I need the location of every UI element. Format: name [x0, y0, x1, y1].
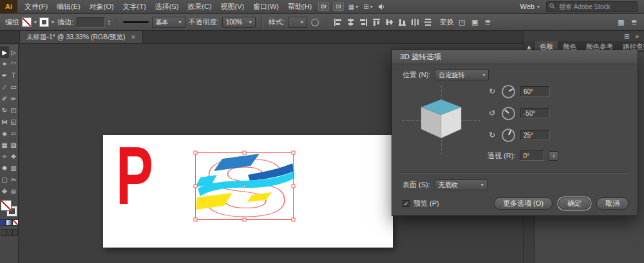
- none-button[interactable]: [13, 220, 18, 225]
- perspective-grid-tool[interactable]: ▱: [9, 127, 18, 139]
- more-options-button[interactable]: 更多选项 (O): [494, 197, 553, 210]
- collapse-panels-icon[interactable]: »: [635, 33, 639, 40]
- brush-stroke-preview[interactable]: [123, 19, 149, 26]
- rotate-tool[interactable]: ↻: [0, 104, 9, 116]
- fill-stroke-indicator: [1, 201, 17, 216]
- selection-tool[interactable]: ▶: [0, 46, 9, 58]
- more-options-icon[interactable]: ≣: [483, 17, 493, 27]
- pencil-tool[interactable]: ✏: [9, 93, 18, 104]
- search-input[interactable]: [558, 3, 634, 11]
- stock-button[interactable]: St: [333, 2, 344, 11]
- color-button[interactable]: [0, 220, 5, 225]
- document-layout-icon[interactable]: ⊞▾: [363, 3, 372, 10]
- document-tab[interactable]: 未标题-1* @ 33.33% (RGB/预览) ×: [19, 31, 143, 43]
- stroke-width-input[interactable]: [77, 17, 105, 28]
- draw-inside-button[interactable]: [13, 230, 17, 235]
- paintbrush-tool[interactable]: ✐: [0, 93, 9, 104]
- distribute-vertical-icon[interactable]: [423, 17, 433, 27]
- artboard-tool[interactable]: ▢: [0, 174, 9, 185]
- brush-definition-select[interactable]: 基本 ▾: [152, 17, 185, 28]
- column-graph-tool[interactable]: ▥: [9, 162, 18, 174]
- align-horizontal-center-icon[interactable]: [346, 17, 355, 27]
- position-select[interactable]: 自定旋转 ▾: [435, 69, 489, 80]
- stroke-width-stepper[interactable]: ▴▾: [108, 19, 110, 26]
- lasso-tool[interactable]: ◠: [9, 58, 18, 69]
- draw-normal-button[interactable]: [1, 230, 6, 235]
- menu-type[interactable]: 文字(T): [118, 0, 151, 14]
- pen-tool[interactable]: ✒: [0, 69, 9, 81]
- gradient-tool[interactable]: ▨: [9, 139, 18, 150]
- type-tool[interactable]: T: [9, 69, 18, 81]
- transform-link[interactable]: 变换: [440, 17, 454, 27]
- draw-behind-button[interactable]: [7, 230, 12, 235]
- surface-select[interactable]: 无底纹 ▾: [435, 179, 488, 190]
- bridge-button[interactable]: Br: [318, 2, 329, 11]
- blend-tool[interactable]: ❖: [9, 150, 18, 162]
- close-icon[interactable]: ×: [131, 33, 136, 41]
- rotation-preview[interactable]: [402, 86, 480, 155]
- rotate-x-input[interactable]: 60°: [520, 86, 550, 96]
- menu-edit[interactable]: 编辑(E): [52, 0, 85, 14]
- fill-color-caret-icon[interactable]: ▾: [34, 19, 37, 25]
- direct-selection-tool[interactable]: ▷: [9, 46, 18, 58]
- dialog-title[interactable]: 3D 旋转选项: [392, 50, 638, 64]
- shape-builder-tool[interactable]: ◈: [0, 127, 9, 139]
- letter-p-artwork[interactable]: P: [116, 135, 153, 221]
- gradient-button[interactable]: [6, 220, 12, 225]
- recolor-artwork-icon[interactable]: ◯: [310, 17, 320, 27]
- control-panel-menu-icon[interactable]: ≣: [629, 17, 639, 27]
- opacity-select[interactable]: 100% ▾: [222, 17, 256, 28]
- ok-button[interactable]: 确定: [558, 197, 591, 210]
- speaker-icon[interactable]: [378, 3, 385, 10]
- stroke-color-caret-icon[interactable]: ▾: [52, 19, 54, 25]
- eyedropper-tool[interactable]: ✧: [0, 150, 9, 162]
- menu-window[interactable]: 窗口(W): [249, 0, 283, 14]
- perspective-label: 透视 (R):: [488, 151, 515, 161]
- width-tool[interactable]: ⋈: [0, 116, 9, 127]
- isolate-selection-icon[interactable]: ▣: [470, 17, 480, 27]
- transform-options-icon[interactable]: ◳: [457, 17, 467, 27]
- workspace-switcher[interactable]: Web ▾: [520, 3, 540, 10]
- rotate-y-input[interactable]: -50°: [520, 108, 550, 118]
- menu-effect[interactable]: 效果(C): [183, 0, 216, 14]
- stroke-color-control[interactable]: [40, 18, 48, 26]
- artboard[interactable]: P S: [103, 135, 393, 248]
- perspective-input[interactable]: 0°: [520, 150, 544, 161]
- align-vertical-center-icon[interactable]: [384, 17, 394, 27]
- rotate-y-dial[interactable]: [502, 107, 515, 120]
- fill-swatch[interactable]: [1, 201, 11, 210]
- arrange-documents-icon[interactable]: ▦▾: [348, 3, 358, 10]
- menu-select[interactable]: 选择(S): [151, 0, 184, 14]
- panel-grid-icon[interactable]: ⊞: [624, 33, 629, 40]
- align-left-icon[interactable]: [333, 17, 343, 27]
- menu-file[interactable]: 文件(F): [20, 0, 52, 14]
- scale-tool[interactable]: ◰: [9, 104, 18, 116]
- align-bottom-icon[interactable]: [397, 17, 407, 27]
- track-cube[interactable]: [417, 98, 465, 141]
- symbol-sprayer-tool[interactable]: ✺: [0, 162, 9, 174]
- perspective-chevron-icon[interactable]: ›: [549, 151, 558, 161]
- workspace-grid-icon[interactable]: ▦: [616, 17, 626, 27]
- magic-wand-tool[interactable]: ✶: [0, 58, 9, 69]
- rotate-y-row: ↺ -50°: [488, 106, 550, 120]
- style-select[interactable]: ▾: [288, 17, 307, 28]
- slice-tool[interactable]: ✂: [9, 174, 18, 185]
- hand-tool[interactable]: ✥: [0, 185, 9, 197]
- menu-help[interactable]: 帮助(H): [283, 0, 316, 14]
- mesh-tool[interactable]: ▦: [0, 139, 9, 150]
- align-top-icon[interactable]: [372, 17, 381, 27]
- rectangle-tool[interactable]: ▭: [9, 81, 18, 93]
- free-transform-tool[interactable]: ◱: [9, 116, 18, 127]
- zoom-tool[interactable]: ◎: [9, 185, 18, 197]
- preview-checkbox[interactable]: ✓: [402, 200, 410, 207]
- cancel-button[interactable]: 取消: [596, 197, 629, 210]
- rotate-x-dial[interactable]: [502, 85, 515, 98]
- fill-color-control[interactable]: [23, 18, 31, 26]
- menu-object[interactable]: 对象(O): [85, 0, 118, 14]
- rotate-z-input[interactable]: 25°: [520, 130, 550, 140]
- menu-view[interactable]: 视图(V): [216, 0, 249, 14]
- rotate-z-dial[interactable]: [502, 129, 515, 142]
- distribute-horizontal-icon[interactable]: [410, 17, 420, 27]
- align-right-icon[interactable]: [359, 17, 368, 27]
- line-segment-tool[interactable]: ∕: [0, 81, 9, 93]
